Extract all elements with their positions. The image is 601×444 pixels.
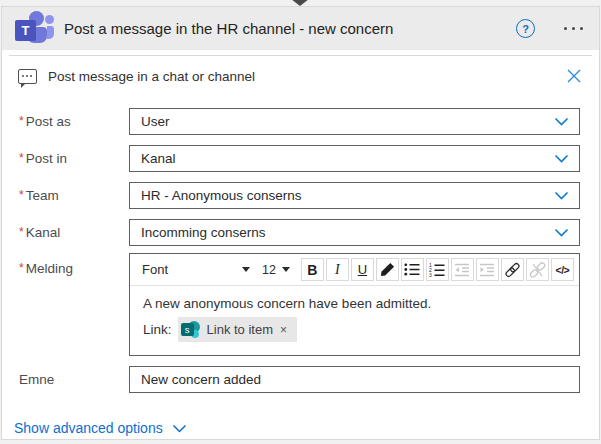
font-size-dropdown[interactable]: 12 <box>256 257 296 282</box>
insert-link-button[interactable] <box>501 258 524 281</box>
link-icon <box>504 262 521 278</box>
field-row-melding: *Melding Font 12 B I U 123 <box>19 253 580 356</box>
highlight-pen-button[interactable] <box>376 258 399 281</box>
numbered-list-icon: 123 <box>429 263 445 277</box>
field-label: *Team <box>19 188 129 203</box>
bold-button[interactable]: B <box>301 258 324 281</box>
action-title: Post a message in the HR channel - new c… <box>64 20 505 37</box>
unlink-icon <box>529 262 546 278</box>
field-label: *Kanal <box>19 225 129 240</box>
field-label: *Melding <box>19 253 129 276</box>
teams-icon: T <box>15 11 53 47</box>
required-marker: * <box>19 188 24 202</box>
remove-token-icon[interactable]: × <box>280 324 287 336</box>
caret-down-icon <box>282 267 290 272</box>
kanal-dropdown[interactable]: Incomming conserns <box>129 219 580 246</box>
indent-button[interactable] <box>476 258 499 281</box>
more-options-icon[interactable] <box>562 23 585 34</box>
close-icon[interactable] <box>564 66 584 86</box>
action-card: T Post a message in the HR channel - new… <box>1 6 600 440</box>
pen-icon <box>380 262 395 277</box>
link-prefix: Link: <box>143 322 172 337</box>
required-marker: * <box>19 225 24 239</box>
operation-subheader: Post message in a chat or channel <box>2 56 599 96</box>
field-label: *Post in <box>19 151 129 166</box>
chevron-down-icon <box>554 228 569 237</box>
required-marker: * <box>19 114 24 128</box>
field-label: Emne <box>19 372 129 387</box>
message-editor: Font 12 B I U 123 <box>129 253 580 356</box>
chevron-down-icon <box>554 117 569 126</box>
field-row-post-in: *Post in Kanal <box>19 145 580 172</box>
field-row-team: *Team HR - Anonymous conserns <box>19 182 580 209</box>
remove-link-button[interactable] <box>526 258 549 281</box>
message-body[interactable]: A new anonymous concern have been admitt… <box>130 286 579 355</box>
chevron-down-icon <box>554 154 569 163</box>
show-advanced-options-link[interactable]: Show advanced options <box>14 420 187 436</box>
bullet-list-button[interactable] <box>401 258 424 281</box>
field-label: *Post as <box>19 114 129 129</box>
dynamic-content-token[interactable]: s Link to item × <box>178 317 298 342</box>
italic-button[interactable]: I <box>326 258 349 281</box>
bullet-list-icon <box>404 263 420 276</box>
font-family-dropdown[interactable]: Font <box>136 257 256 282</box>
post-in-dropdown[interactable]: Kanal <box>129 145 580 172</box>
outdent-icon <box>454 263 470 277</box>
sharepoint-icon: s <box>181 320 200 339</box>
kanal-value: Incomming conserns <box>141 225 266 240</box>
required-marker: * <box>19 151 24 165</box>
field-row-emne: Emne New concern added <box>19 366 580 393</box>
editor-toolbar: Font 12 B I U 123 <box>130 254 579 286</box>
svg-text:3: 3 <box>429 272 432 277</box>
outdent-button[interactable] <box>451 258 474 281</box>
field-row-kanal: *Kanal Incomming conserns <box>19 219 580 246</box>
code-view-button[interactable]: </> <box>551 258 574 281</box>
token-label: Link to item <box>207 322 273 337</box>
emne-value: New concern added <box>141 372 261 387</box>
numbered-list-button[interactable]: 123 <box>426 258 449 281</box>
chat-bubble-icon <box>18 69 37 84</box>
message-line-2: Link: s Link to item × <box>143 317 567 342</box>
emne-input[interactable]: New concern added <box>129 366 580 393</box>
team-dropdown[interactable]: HR - Anonymous conserns <box>129 182 580 209</box>
chevron-down-icon <box>554 191 569 200</box>
teams-logo-letter: T <box>15 20 36 41</box>
caret-down-icon <box>242 267 250 272</box>
required-marker: * <box>19 261 24 275</box>
field-row-post-as: *Post as User <box>19 108 580 135</box>
post-in-value: Kanal <box>141 151 176 166</box>
help-icon[interactable]: ? <box>516 19 535 38</box>
post-as-dropdown[interactable]: User <box>129 108 580 135</box>
indent-icon <box>479 263 495 277</box>
chevron-down-icon <box>172 424 187 433</box>
team-value: HR - Anonymous conserns <box>141 188 302 203</box>
post-as-value: User <box>141 114 170 129</box>
action-card-header[interactable]: T Post a message in the HR channel - new… <box>2 7 599 50</box>
message-line-1: A new anonymous concern have been admitt… <box>143 296 567 311</box>
operation-label: Post message in a chat or channel <box>48 69 564 84</box>
underline-button[interactable]: U <box>351 258 374 281</box>
